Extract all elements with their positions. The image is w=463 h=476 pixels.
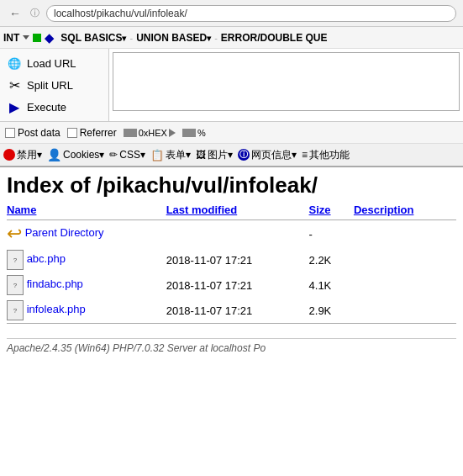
css-icon: ✏ xyxy=(109,149,118,161)
info-icon: ⓘ xyxy=(238,149,250,161)
url-input-panel xyxy=(109,49,463,121)
infoleak-link[interactable]: infoleak.php xyxy=(27,304,86,316)
table-row: ↩ Parent Directory - xyxy=(7,220,456,248)
page-content: Index of /pikachu/vul/infoleak/ Name Las… xyxy=(0,172,463,361)
page-footer: Apache/2.4.35 (Win64) PHP/7.0.32 Server … xyxy=(7,338,456,354)
page-title: Index of /pikachu/vul/infoleak/ xyxy=(7,172,456,198)
int-arrow-icon xyxy=(23,35,29,40)
execute-icon: ▶ xyxy=(7,99,22,114)
col-name[interactable]: Name xyxy=(7,202,166,220)
options-toolbar: Post data Referrer 0xHEX % xyxy=(0,122,463,144)
parent-modified xyxy=(166,220,309,248)
post-data-checkbox[interactable] xyxy=(5,128,15,138)
parent-desc xyxy=(354,220,456,248)
findabc-cell: ? findabc.php xyxy=(7,272,166,298)
abc-size: 2.2K xyxy=(309,247,354,272)
referrer-checkbox[interactable] xyxy=(67,128,77,138)
int-dropdown[interactable] xyxy=(23,35,29,40)
table-separator xyxy=(7,324,456,332)
cookies-label: Cookies▾ xyxy=(63,149,104,161)
hex-arrow-icon xyxy=(169,129,176,137)
separator-cell xyxy=(7,324,456,332)
css-label: CSS▾ xyxy=(119,149,145,161)
post-data-check[interactable]: Post data xyxy=(5,127,61,139)
other-icon: ≡ xyxy=(302,149,308,161)
left-panel: 🌐 Load URL ✂ Split URL ▶ Execute xyxy=(0,49,109,121)
abc-desc xyxy=(354,247,456,272)
parent-dir-link[interactable]: Parent Directory xyxy=(25,227,104,240)
blue-indicator: ◆ xyxy=(45,31,54,45)
disable-icon xyxy=(3,149,15,161)
table-row: ? findabc.php 2018-11-07 17:21 4.1K xyxy=(7,272,456,298)
url-text: localhost/pikachu/vul/infoleak/ xyxy=(54,8,187,19)
sql-basics-menu[interactable]: SQL BASICS▾ xyxy=(61,32,126,44)
union-based-menu[interactable]: UNION BASED▾ xyxy=(136,32,211,44)
load-url-icon: 🌐 xyxy=(7,56,22,71)
image-menu[interactable]: 🖼 图片▾ xyxy=(196,148,233,162)
referrer-label: Referrer xyxy=(80,127,117,139)
referrer-check[interactable]: Referrer xyxy=(67,127,117,139)
chinese-toolbar: 禁用▾ 👤 Cookies▾ ✏ CSS▾ 📋 表单▾ 🖼 图片▾ ⓘ 网页信息… xyxy=(0,144,463,167)
execute-label: Execute xyxy=(27,101,66,114)
browser-chrome: ← ⓘ localhost/pikachu/vul/infoleak/ xyxy=(0,0,463,27)
hex-btn[interactable]: 0xHEX xyxy=(124,128,176,138)
percent-btn[interactable]: % xyxy=(182,128,206,138)
file-icon: ? xyxy=(7,300,24,320)
pageinfo-label: 网页信息▾ xyxy=(251,148,297,162)
infoleak-modified: 2018-11-07 17:21 xyxy=(166,298,309,324)
split-url-icon: ✂ xyxy=(7,77,22,93)
percent-label: % xyxy=(197,128,206,138)
infoleak-desc xyxy=(354,298,456,324)
file-icon: ? xyxy=(7,250,24,270)
execute-item[interactable]: ▶ Execute xyxy=(0,96,108,118)
other-menu[interactable]: ≡ 其他功能 xyxy=(302,148,350,162)
table-row: ? infoleak.php 2018-11-07 17:21 2.9K xyxy=(7,298,456,324)
infoleak-cell: ? infoleak.php xyxy=(7,298,166,324)
directory-table: Name Last modified Size Description ↩ Pa… xyxy=(7,202,456,331)
form-menu[interactable]: 📋 表单▾ xyxy=(150,148,191,162)
findabc-size: 4.1K xyxy=(309,272,354,298)
col-description[interactable]: Description xyxy=(354,202,456,220)
lock-icon: ⓘ xyxy=(30,7,39,19)
file-icon: ? xyxy=(7,275,24,295)
table-row: ? abc.php 2018-11-07 17:21 2.2K xyxy=(7,247,456,272)
hex-icon xyxy=(124,129,137,137)
abc-link[interactable]: abc.php xyxy=(27,253,66,266)
back-button[interactable]: ← xyxy=(7,5,24,22)
post-data-label: Post data xyxy=(18,127,61,139)
load-url-item[interactable]: 🌐 Load URL xyxy=(0,52,108,74)
percent-icon xyxy=(182,129,196,137)
pageinfo-menu[interactable]: ⓘ 网页信息▾ xyxy=(238,148,297,162)
findabc-modified: 2018-11-07 17:21 xyxy=(166,272,309,298)
form-label: 表单▾ xyxy=(166,148,191,162)
sep2: - xyxy=(129,33,133,43)
other-label: 其他功能 xyxy=(309,148,350,162)
image-icon: 🖼 xyxy=(196,149,206,161)
int-label: INT xyxy=(3,32,19,44)
form-icon: 📋 xyxy=(150,149,164,161)
parent-size: - xyxy=(309,220,354,248)
disable-menu[interactable]: 禁用▾ xyxy=(3,148,42,162)
css-menu[interactable]: ✏ CSS▾ xyxy=(109,149,145,161)
col-size[interactable]: Size xyxy=(309,202,354,220)
split-url-label: Split URL xyxy=(27,79,73,92)
hex-label: 0xHEX xyxy=(139,128,167,138)
parent-dir-cell: ↩ Parent Directory xyxy=(7,220,166,248)
findabc-desc xyxy=(354,272,456,298)
findabc-link[interactable]: findabc.php xyxy=(27,278,83,291)
split-url-item[interactable]: ✂ Split URL xyxy=(0,74,108,96)
cookies-icon: 👤 xyxy=(47,148,61,161)
abc-cell: ? abc.php xyxy=(7,247,166,272)
abc-modified: 2018-11-07 17:21 xyxy=(166,247,309,272)
infoleak-size: 2.9K xyxy=(309,298,354,324)
cookies-menu[interactable]: 👤 Cookies▾ xyxy=(47,148,104,161)
url-textarea[interactable] xyxy=(113,52,460,111)
error-double-menu[interactable]: ERROR/DOUBLE QUE xyxy=(221,32,328,44)
url-panel: 🌐 Load URL ✂ Split URL ▶ Execute xyxy=(0,49,463,122)
sep3: - xyxy=(214,33,218,43)
sql-toolbar: INT ◆ SQL BASICS▾ - UNION BASED▾ - ERROR… xyxy=(0,27,463,49)
load-url-label: Load URL xyxy=(27,57,76,70)
green-indicator xyxy=(33,34,41,42)
address-bar[interactable]: localhost/pikachu/vul/infoleak/ xyxy=(46,5,456,22)
col-modified[interactable]: Last modified xyxy=(166,202,309,220)
